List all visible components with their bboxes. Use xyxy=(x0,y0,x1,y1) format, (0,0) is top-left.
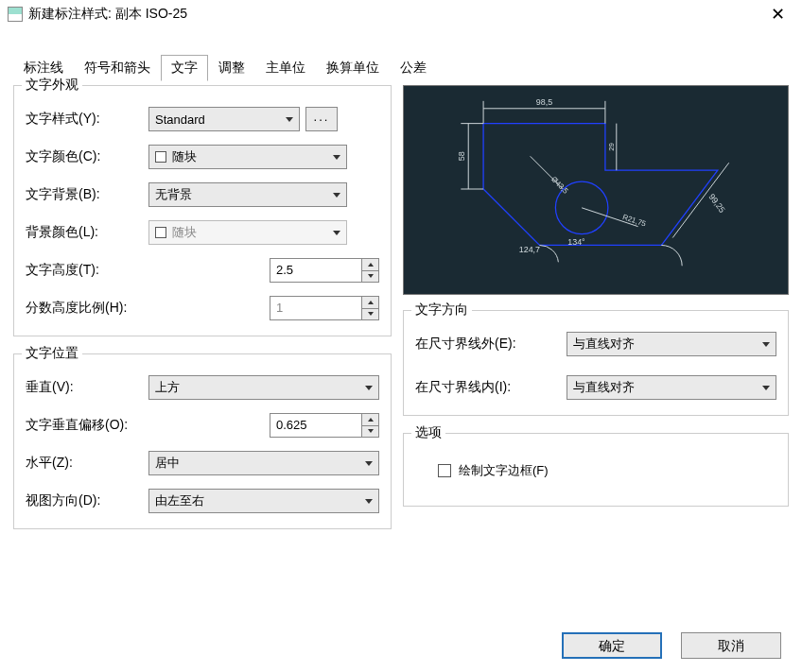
svg-text:99,25: 99,25 xyxy=(706,192,726,215)
select-text-bg[interactable]: 无背景 xyxy=(148,182,347,207)
style-more-button[interactable]: ... xyxy=(305,107,338,131)
chevron-down-icon xyxy=(286,117,293,122)
svg-text:134°: 134° xyxy=(567,237,585,247)
tab-tolerance[interactable]: 公差 xyxy=(390,55,437,81)
checkbox-draw-frame[interactable]: 绘制文字边框(F) xyxy=(438,462,776,479)
tab-bar: 标注线 符号和箭头 文字 调整 主单位 换算单位 公差 xyxy=(0,55,802,81)
spin-down[interactable] xyxy=(362,426,378,438)
chevron-down-icon xyxy=(762,342,770,347)
chevron-down-icon xyxy=(365,499,373,504)
label-text-height: 文字高度(T): xyxy=(26,262,215,279)
select-vertical[interactable]: 上方 xyxy=(148,375,379,400)
label-inside: 在尺寸界线内(I): xyxy=(415,379,567,396)
spin-down[interactable] xyxy=(362,271,378,283)
chevron-down-icon xyxy=(365,461,373,466)
select-text-color[interactable]: 随块 xyxy=(148,145,347,169)
legend-direction: 文字方向 xyxy=(411,302,472,319)
svg-text:29: 29 xyxy=(607,142,616,150)
label-offset: 文字垂直偏移(O): xyxy=(26,417,215,434)
spinner-offset[interactable]: 0.625 xyxy=(270,413,379,438)
spinner-text-height[interactable]: 2.5 xyxy=(270,258,379,283)
chevron-down-icon xyxy=(333,155,340,160)
spin-up[interactable] xyxy=(362,259,378,271)
preview-pane: 98,5 58 29 99,25 124,7 134° R21,75 Ø xyxy=(403,85,789,295)
label-viewdir: 视图方向(D): xyxy=(26,492,148,509)
select-outside[interactable]: 与直线对齐 xyxy=(567,332,776,356)
svg-text:R21,75: R21,75 xyxy=(621,213,648,229)
svg-text:124,7: 124,7 xyxy=(519,245,540,254)
tab-symbols[interactable]: 符号和箭头 xyxy=(74,55,161,81)
spin-down xyxy=(362,309,378,320)
select-bg-color: 随块 xyxy=(148,220,347,245)
tab-alt-units[interactable]: 换算单位 xyxy=(316,55,390,81)
window-title: 新建标注样式: 副本 ISO-25 xyxy=(28,6,761,23)
chevron-down-icon xyxy=(762,386,770,390)
chevron-down-icon xyxy=(333,231,340,235)
tab-primary-units[interactable]: 主单位 xyxy=(255,55,316,81)
svg-text:98,5: 98,5 xyxy=(536,97,552,107)
checkbox-label: 绘制文字边框(F) xyxy=(459,462,549,479)
chevron-down-icon xyxy=(365,386,373,390)
select-viewdir[interactable]: 由左至右 xyxy=(148,489,379,513)
label-text-bg: 文字背景(B): xyxy=(26,186,148,203)
svg-text:58: 58 xyxy=(457,151,466,161)
label-horizontal: 水平(Z): xyxy=(26,455,148,472)
cancel-button[interactable]: 取消 xyxy=(681,632,781,659)
legend-placement: 文字位置 xyxy=(22,345,82,362)
spin-up[interactable] xyxy=(362,414,378,426)
ok-button[interactable]: 确定 xyxy=(562,632,662,659)
label-bg-color: 背景颜色(L): xyxy=(26,224,148,241)
label-vertical: 垂直(V): xyxy=(26,379,148,396)
checkbox-icon xyxy=(438,464,451,477)
group-placement: 文字位置 垂直(V): 上方 文字垂直偏移(O): 0.625 水平(Z): xyxy=(13,353,392,529)
group-direction: 文字方向 在尺寸界线外(E): 与直线对齐 在尺寸界线内(I): 与直线对齐 xyxy=(403,310,789,416)
legend-appearance: 文字外观 xyxy=(22,77,82,94)
spinner-fraction-scale: 1 xyxy=(270,296,379,320)
tab-fit[interactable]: 调整 xyxy=(208,55,255,81)
chevron-down-icon xyxy=(333,193,340,198)
label-text-color: 文字颜色(C): xyxy=(26,148,148,165)
color-swatch xyxy=(155,151,166,163)
select-horizontal[interactable]: 居中 xyxy=(148,451,379,475)
label-outside: 在尺寸界线外(E): xyxy=(415,336,567,353)
label-fraction-scale: 分数高度比例(H): xyxy=(26,300,215,317)
legend-options: 选项 xyxy=(411,424,445,441)
select-text-style[interactable]: Standard xyxy=(148,107,300,131)
close-button[interactable]: ✕ xyxy=(761,4,794,25)
tab-text[interactable]: 文字 xyxy=(161,55,208,81)
group-appearance: 文字外观 文字样式(Y): Standard ... 文字颜色(C): 随块 文… xyxy=(13,85,392,336)
label-text-style: 文字样式(Y): xyxy=(26,111,148,128)
select-inside[interactable]: 与直线对齐 xyxy=(567,375,776,400)
group-options: 选项 绘制文字边框(F) xyxy=(403,433,789,507)
app-icon xyxy=(8,7,23,22)
color-swatch xyxy=(155,227,166,238)
spin-up xyxy=(362,297,378,309)
